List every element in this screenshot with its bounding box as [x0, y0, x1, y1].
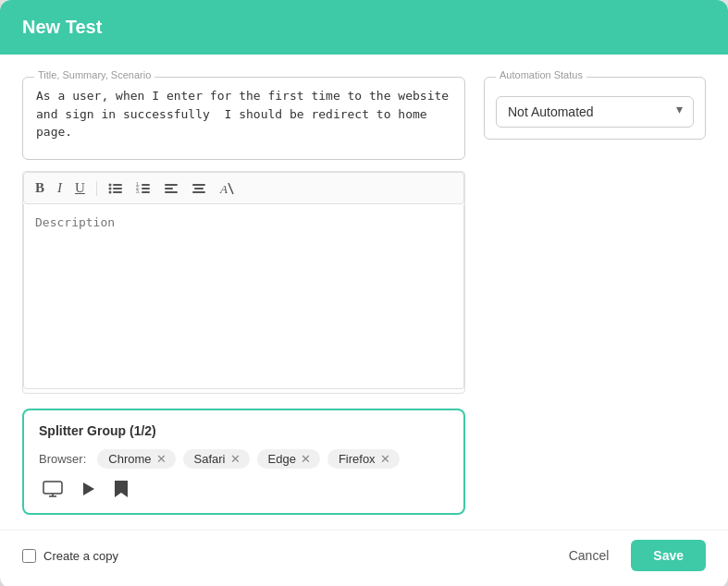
svg-rect-11 [142, 191, 150, 193]
svg-rect-12 [165, 184, 178, 186]
svg-rect-5 [113, 191, 122, 193]
svg-rect-9 [142, 188, 150, 189]
svg-point-2 [108, 187, 111, 189]
splitter-group: Splitter Group (1/2) Browser: Chrome ✕ S… [22, 409, 465, 515]
browser-name-chrome: Chrome [108, 452, 151, 466]
automation-fieldset: Automation Status Not Automated Automate… [484, 77, 706, 140]
toolbar-separator-1 [96, 181, 97, 196]
save-button[interactable]: Save [631, 540, 706, 571]
browser-tag-chrome: Chrome ✕ [97, 449, 175, 469]
bold-button[interactable]: B [31, 178, 48, 198]
modal-header: New Test [0, 0, 728, 55]
browser-tag-safari: Safari ✕ [183, 449, 250, 469]
remove-edge-button[interactable]: ✕ [301, 453, 311, 465]
browser-name-firefox: Firefox [339, 452, 376, 466]
align-left-button[interactable] [160, 179, 182, 198]
svg-rect-1 [113, 184, 122, 186]
svg-point-4 [108, 190, 111, 193]
italic-button[interactable]: I [54, 178, 66, 198]
automation-select-wrapper: Not Automated Automated In Progress [496, 91, 694, 128]
svg-rect-20 [43, 482, 62, 494]
svg-rect-13 [165, 188, 173, 189]
browser-tag-edge: Edge ✕ [257, 449, 320, 469]
modal-body: Title, Summary, Scenario B I U [0, 55, 728, 530]
new-test-modal: New Test Title, Summary, Scenario B I U [0, 0, 728, 586]
bookmark-icon-button[interactable] [109, 478, 133, 500]
svg-point-0 [108, 183, 111, 186]
automation-select[interactable]: Not Automated Automated In Progress [496, 96, 694, 128]
title-field-label: Title, Summary, Scenario [34, 69, 154, 80]
svg-line-19 [228, 183, 233, 194]
browser-label: Browser: [39, 452, 86, 466]
svg-rect-17 [192, 191, 205, 193]
svg-rect-14 [165, 191, 178, 193]
svg-marker-23 [83, 482, 94, 495]
svg-rect-3 [113, 188, 122, 189]
svg-text:A: A [219, 182, 228, 196]
splitter-title: Splitter Group (1/2) [39, 423, 449, 438]
browser-name-edge: Edge [268, 452, 296, 466]
browser-tag-firefox: Firefox ✕ [327, 449, 400, 469]
create-copy-label[interactable]: Create a copy [43, 549, 118, 563]
left-panel: Title, Summary, Scenario B I U [22, 77, 465, 515]
svg-rect-16 [194, 188, 204, 189]
align-center-button[interactable] [188, 179, 210, 198]
play-icon-button[interactable] [76, 479, 100, 499]
browser-name-safari: Safari [194, 452, 226, 466]
remove-chrome-button[interactable]: ✕ [156, 453, 167, 465]
modal-title: New Test [22, 17, 102, 37]
underline-button[interactable]: U [71, 178, 89, 198]
title-input[interactable] [36, 87, 451, 142]
footer-actions: Cancel Save [558, 540, 706, 571]
cancel-button[interactable]: Cancel [558, 541, 621, 570]
desktop-icon-button[interactable] [39, 479, 67, 499]
right-panel: Automation Status Not Automated Automate… [484, 77, 706, 515]
automation-field-label: Automation Status [496, 69, 586, 80]
description-editor: B I U [22, 171, 465, 394]
svg-rect-7 [142, 184, 150, 186]
svg-text:3.: 3. [136, 189, 140, 194]
clear-format-button[interactable]: A [216, 179, 238, 198]
create-copy-row: Create a copy [22, 549, 118, 563]
remove-safari-button[interactable]: ✕ [230, 453, 241, 465]
svg-rect-15 [192, 184, 205, 186]
create-copy-checkbox[interactable] [22, 549, 36, 563]
description-input[interactable] [23, 204, 464, 389]
ordered-list-button[interactable]: 1. 2. 3. [132, 179, 154, 198]
title-fieldset: Title, Summary, Scenario [22, 77, 465, 160]
remove-firefox-button[interactable]: ✕ [380, 453, 390, 465]
browser-row: Browser: Chrome ✕ Safari ✕ Edge ✕ Firef [39, 449, 449, 469]
unordered-list-button[interactable] [105, 179, 127, 198]
modal-footer: Create a copy Cancel Save [0, 530, 728, 586]
editor-toolbar: B I U [23, 172, 464, 204]
icon-row [39, 478, 449, 500]
